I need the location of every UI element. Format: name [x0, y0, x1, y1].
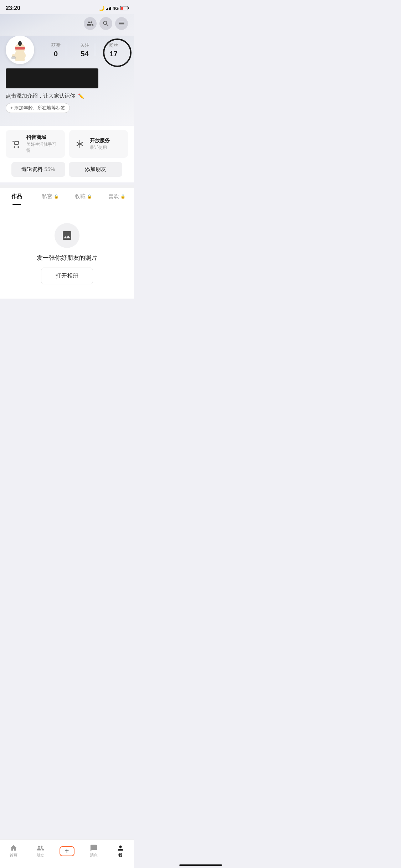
- tab-favorites-label: 收藏: [75, 193, 86, 200]
- svg-rect-2: [15, 47, 25, 50]
- username-bar: [6, 68, 98, 88]
- add-friend-button[interactable]: 添加朋友: [69, 162, 123, 177]
- bio-text: 点击添加介绍，让大家认识你: [6, 93, 75, 99]
- stat-followers-label: 粉丝: [109, 42, 118, 48]
- open-service-title: 开放服务: [90, 138, 110, 144]
- open-service-card[interactable]: 开放服务 最近使用: [69, 130, 128, 158]
- tab-works[interactable]: 作品: [0, 188, 34, 205]
- search-icon: [102, 20, 109, 27]
- stat-likes-value: 0: [51, 50, 61, 58]
- stat-following[interactable]: 关注 54: [80, 42, 89, 58]
- status-icons: 🌙 4G: [98, 5, 128, 11]
- status-time: 23:20: [6, 5, 20, 11]
- avatar[interactable]: [6, 36, 34, 64]
- empty-state: 发一张你好朋友的照片 打开相册: [0, 205, 134, 299]
- header: [0, 14, 134, 36]
- edit-label: 编辑资料: [21, 166, 43, 172]
- stat-likes-label: 获赞: [51, 42, 61, 48]
- search-button[interactable]: [99, 17, 112, 30]
- open-service-text: 开放服务 最近使用: [90, 138, 110, 151]
- image-icon: [61, 230, 73, 241]
- profile-row: 获赞 0 关注 54 粉丝 17: [6, 36, 128, 64]
- douyin-mall-title: 抖音商城: [26, 134, 61, 141]
- status-bar: 23:20 🌙 4G: [0, 0, 134, 14]
- stats-row: 获赞 0 关注 54 粉丝 17: [41, 42, 128, 58]
- open-service-subtitle: 最近使用: [90, 145, 110, 151]
- services-section: 抖音商城 美好生活触手可得 开放服务 最近使用 编辑资料 55% 添加朋友: [0, 126, 134, 182]
- tabs-section: 作品 私密 🔒 收藏 🔒 喜欢 🔒 发一张你好朋友的照片: [0, 188, 134, 299]
- header-actions: [6, 14, 128, 36]
- tab-likes-label: 喜欢: [108, 193, 119, 200]
- tab-private-label: 私密: [42, 193, 52, 200]
- stat-likes[interactable]: 获赞 0: [51, 42, 61, 58]
- friends-icon: [87, 20, 94, 27]
- stat-followers[interactable]: 粉丝 17: [109, 42, 118, 58]
- avatar-image: [9, 39, 31, 61]
- douyin-mall-text: 抖音商城 美好生活触手可得: [26, 134, 61, 154]
- douyin-mall-subtitle: 美好生活触手可得: [26, 141, 61, 154]
- edit-profile-button[interactable]: 编辑资料 55%: [11, 162, 65, 177]
- favorites-lock-icon: 🔒: [87, 194, 92, 199]
- tabs-row: 作品 私密 🔒 收藏 🔒 喜欢 🔒: [0, 188, 134, 205]
- private-lock-icon: 🔒: [54, 194, 59, 199]
- asterisk-icon: [73, 138, 86, 150]
- add-tags-button[interactable]: + 添加年龄、所在地等标签: [6, 103, 70, 113]
- action-buttons: 编辑资料 55% 添加朋友: [6, 162, 128, 182]
- tags-row: + 添加年龄、所在地等标签: [6, 103, 128, 113]
- svg-rect-6: [11, 56, 16, 59]
- tab-likes[interactable]: 喜欢 🔒: [100, 188, 134, 205]
- signal-icon: [106, 6, 111, 10]
- open-album-button[interactable]: 打开相册: [41, 268, 93, 284]
- svg-point-8: [19, 58, 25, 61]
- tab-private[interactable]: 私密 🔒: [34, 188, 67, 205]
- cart-icon: [10, 138, 23, 150]
- edit-bio-icon[interactable]: ✏️: [78, 93, 84, 99]
- stat-following-label: 关注: [80, 42, 89, 48]
- services-row: 抖音商城 美好生活触手可得 开放服务 最近使用: [6, 126, 128, 162]
- empty-state-text: 发一张你好朋友的照片: [37, 254, 97, 262]
- friends-button[interactable]: [84, 17, 97, 30]
- section-divider: [0, 185, 134, 188]
- moon-icon: 🌙: [98, 5, 104, 11]
- battery-icon: [120, 6, 128, 10]
- likes-lock-icon: 🔒: [120, 194, 125, 199]
- bio-row[interactable]: 点击添加介绍，让大家认识你 ✏️: [6, 93, 128, 99]
- profile-section: 获赞 0 关注 54 粉丝 17 点击添加介绍，让大家认识你 ✏️ + 添: [0, 36, 134, 126]
- douyin-mall-card[interactable]: 抖音商城 美好生活触手可得: [6, 130, 65, 158]
- menu-button[interactable]: [115, 17, 128, 30]
- network-label: 4G: [113, 6, 119, 11]
- tab-works-label: 作品: [11, 193, 22, 200]
- stat-followers-value: 17: [109, 50, 118, 58]
- empty-icon-container: [55, 223, 79, 248]
- tab-favorites[interactable]: 收藏 🔒: [67, 188, 101, 205]
- menu-icon: [118, 20, 125, 27]
- stat-following-value: 54: [80, 50, 89, 58]
